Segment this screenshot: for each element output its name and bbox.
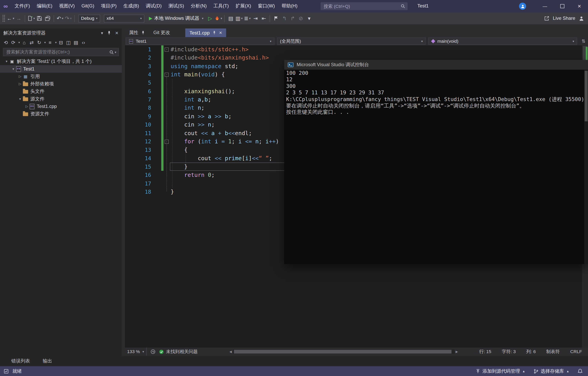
indent-icon[interactable]: ⇥ — [252, 14, 259, 23]
document-outline-icon[interactable]: ▥▾ — [235, 14, 243, 23]
expander-closed-icon[interactable]: ▷ — [24, 104, 30, 108]
toolbar-grip[interactable] — [2, 15, 5, 22]
find-in-files-icon[interactable]: ▤ — [227, 14, 235, 23]
scrollbar-track[interactable] — [233, 349, 455, 354]
menu-item-8[interactable]: 分析(N) — [187, 0, 210, 12]
home-icon[interactable]: ⌂ — [21, 39, 27, 46]
scrollbar-thumb[interactable] — [234, 350, 452, 354]
solution-search-input[interactable] — [6, 49, 109, 55]
tree-item-0[interactable]: ▾▣解决方案 'Test1' (1 个项目，共 1 个) — [0, 58, 122, 65]
new-file-icon[interactable]: ▾ — [27, 14, 35, 23]
start-debugging-button[interactable]: ▶本地 Windows 调试器▾ — [149, 15, 203, 21]
show-all-files-icon[interactable]: ▤ — [73, 39, 79, 46]
code-view-icon[interactable]: ‹› — [80, 39, 87, 46]
tree-item-2[interactable]: ▷▦引用 — [0, 73, 122, 80]
redo-icon[interactable]: ↷▾ — [64, 14, 72, 23]
code-text[interactable]: cout << a + b<<endl; — [171, 129, 252, 137]
console-scrollbar[interactable] — [584, 70, 588, 264]
editor-tab-2[interactable]: Test1.cpp✕ — [185, 28, 226, 37]
outdent-icon[interactable]: ⇤ — [260, 14, 267, 23]
properties-icon[interactable]: ◫ — [65, 39, 72, 46]
close-tab-icon[interactable]: ✕ — [219, 31, 222, 35]
code-text[interactable]: cin >> a >> b; — [171, 112, 232, 121]
collapse-all-icon[interactable]: ⊟ — [58, 39, 64, 46]
bottom-panel-tab-1[interactable]: 输出 — [43, 358, 52, 364]
expander-closed-icon[interactable]: ▷ — [17, 75, 23, 78]
char-indicator[interactable]: 字符: 3 — [502, 348, 516, 355]
window-position-icon[interactable]: ▾ — [101, 31, 103, 35]
toolbar-options-icon[interactable]: ▾ — [305, 14, 313, 23]
menu-item-5[interactable]: 生成(B) — [120, 0, 142, 12]
expander-open-icon[interactable]: ▾ — [17, 97, 23, 101]
tree-item-7[interactable]: 资源文件 — [0, 110, 122, 117]
select-repository-button[interactable]: 选择存储库 ▲ — [534, 368, 569, 375]
expander-open-icon[interactable]: ▾ — [4, 60, 10, 63]
bottom-panel-tab-0[interactable]: 错误列表 — [11, 358, 30, 364]
nav-forward-icon[interactable]: → — [15, 14, 22, 23]
refresh-icon[interactable]: ↻ — [36, 39, 43, 46]
menu-item-6[interactable]: 调试(D) — [142, 0, 165, 12]
code-text[interactable]: for (int i = 1; i <= n; i++) — [171, 137, 279, 146]
indent-mode-indicator[interactable]: 制表符 — [546, 348, 560, 355]
background-tasks-icon[interactable] — [4, 369, 9, 374]
menu-item-11[interactable]: 窗口(W) — [255, 0, 278, 12]
live-share-label[interactable]: Live Share — [553, 16, 575, 21]
search-options-caret-icon[interactable]: ▾ — [115, 50, 116, 54]
scroll-right-icon[interactable]: ▶ — [455, 350, 459, 353]
code-text[interactable]: return 0; — [171, 171, 215, 179]
tree-item-4[interactable]: 头文件 — [0, 88, 122, 95]
save-all-icon[interactable] — [44, 14, 51, 23]
menu-item-0[interactable]: 文件(F) — [11, 0, 33, 12]
close-icon[interactable]: ✕ — [115, 31, 118, 35]
scope-dropdown[interactable]: (全局范围) ▾ — [277, 37, 426, 45]
issues-indicator[interactable]: 未找到相关问题 — [159, 348, 198, 355]
code-text[interactable]: int main(void) { — [171, 71, 225, 79]
scrollbar-thumb[interactable] — [585, 71, 588, 121]
project-dropdown[interactable]: ++ Test1 ▾ — [126, 37, 274, 45]
nav-backward-icon[interactable]: ←▾ — [7, 14, 14, 23]
editor-tab-0[interactable]: 属性 — [125, 28, 149, 37]
expander-open-icon[interactable]: ▾ — [11, 67, 16, 71]
expander-closed-icon[interactable]: ▷ — [17, 82, 23, 86]
tree-item-5[interactable]: ▾源文件 — [0, 95, 122, 103]
debug-console-window[interactable]: Microsoft Visual Studio 调试控制台 100 200123… — [284, 60, 588, 264]
close-button[interactable]: ✕ — [571, 0, 588, 12]
column-indicator[interactable]: 列: 6 — [526, 348, 536, 355]
code-text[interactable]: int a,b; — [171, 95, 211, 104]
code-text[interactable]: #include<bits/xianxingshai.h> — [171, 54, 269, 62]
tree-item-3[interactable]: ▷外部依赖项 — [0, 80, 122, 88]
zoom-dropdown[interactable]: 133 % ▾ — [125, 348, 147, 356]
line-indicator[interactable]: 行: 15 — [479, 348, 491, 355]
split-window-icon[interactable]: ⇅ — [580, 39, 587, 44]
pin-icon[interactable] — [107, 31, 111, 35]
add-collaborator-icon[interactable] — [578, 15, 584, 21]
pending-changes-icon[interactable]: ⟳ — [10, 39, 17, 46]
menu-item-1[interactable]: 编辑(E) — [33, 0, 56, 12]
account-avatar[interactable] — [519, 2, 526, 10]
code-text[interactable]: } — [171, 163, 188, 171]
undo-icon[interactable]: ↶▾ — [56, 14, 64, 23]
menu-item-9[interactable]: 工具(T) — [210, 0, 232, 12]
add-to-source-control-button[interactable]: 添加到源代码管理 ▲ — [475, 368, 525, 375]
switch-views-icon[interactable]: ⇄ — [28, 39, 35, 46]
document-health-icon[interactable] — [150, 349, 156, 354]
quick-search-input[interactable] — [323, 3, 400, 9]
menu-item-7[interactable]: 测试(S) — [165, 0, 187, 12]
sync-with-active-document-icon[interactable]: ⟲ — [2, 39, 9, 46]
line-structure-icon[interactable]: ≣▾ — [244, 14, 251, 23]
save-icon[interactable] — [36, 14, 43, 23]
menu-item-10[interactable]: 扩展(X) — [232, 0, 254, 12]
live-share-icon[interactable] — [544, 16, 550, 21]
bookmark-icon[interactable] — [272, 14, 280, 23]
console-title-bar[interactable]: Microsoft Visual Studio 调试控制台 — [284, 60, 588, 70]
tree-item-1[interactable]: ▾++Test1 — [0, 65, 122, 73]
configuration-select[interactable]: Debug▾ — [78, 14, 100, 22]
fold-toggle-icon[interactable]: - — [165, 140, 169, 144]
clear-bookmarks-icon[interactable]: ⊘ — [297, 14, 305, 23]
member-dropdown[interactable]: main(void) ▾ — [428, 37, 577, 45]
menu-item-2[interactable]: 视图(V) — [56, 0, 78, 12]
code-text[interactable]: xianxingshai(); — [171, 87, 235, 95]
code-text[interactable]: cout << prime[i]<<“ ”; — [171, 154, 272, 163]
scroll-left-icon[interactable]: ◀ — [228, 350, 233, 353]
previous-bookmark-icon[interactable]: ↰ — [281, 14, 288, 23]
